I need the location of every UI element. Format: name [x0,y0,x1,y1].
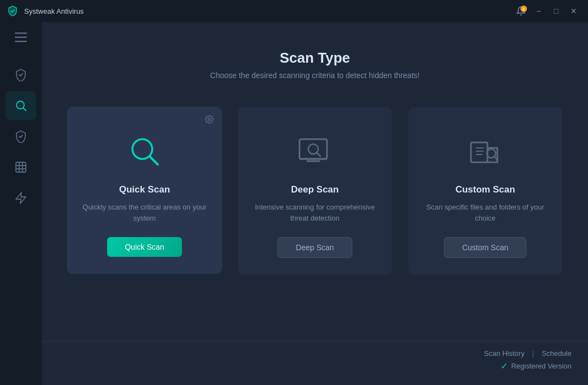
registered-status: Registered Version [511,362,572,370]
svg-line-12 [317,152,320,156]
sidebar-item-boost[interactable] [5,184,36,212]
footer-status: ✓ Registered Version [42,361,588,377]
sidebar-item-shield[interactable] [5,122,36,151]
schedule-link[interactable]: Schedule [542,349,572,358]
maximize-button[interactable]: □ [548,4,564,18]
settings-icon[interactable] [205,115,214,126]
svg-rect-1 [15,37,27,38]
registered-icon: ✓ [501,361,508,371]
quick-scan-title: Quick Scan [119,184,170,195]
sidebar-item-scan[interactable] [5,91,36,120]
svg-point-5 [208,118,210,120]
custom-scan-icon [463,129,507,173]
app-title: Systweak Antivirus [24,7,84,15]
minimize-button[interactable]: − [531,4,546,18]
quick-scan-icon [123,129,167,173]
svg-rect-2 [15,41,27,42]
sidebar [0,22,42,385]
deep-scan-desc: Intensive scanning for comprehensive thr… [252,202,378,224]
close-button[interactable]: ✕ [566,4,581,18]
content-area: Scan Type Choose the desired scanning cr… [42,22,588,385]
deep-scan-button[interactable]: Deep Scan [278,237,352,258]
svg-rect-8 [299,139,327,159]
footer-links: Scan History | Schedule [42,342,588,361]
title-bar-left: Systweak Antivirus [7,5,84,17]
notification-badge: 1 [520,6,527,12]
scan-history-link[interactable]: Scan History [484,349,525,358]
sidebar-item-protection[interactable] [5,61,36,89]
scan-cards: Quick Scan Quickly scans the critical ar… [68,107,562,274]
sidebar-item-firewall[interactable] [5,153,36,182]
svg-rect-13 [471,142,487,162]
deep-scan-icon [293,129,337,173]
deep-scan-card: Deep Scan Intensive scanning for compreh… [238,107,392,274]
deep-scan-title: Deep Scan [291,184,339,195]
svg-line-7 [149,156,158,164]
app-logo [7,5,19,17]
custom-scan-card: Custom Scan Scan specific files and fold… [408,107,562,274]
quick-scan-desc: Quickly scans the critical areas on your… [81,202,208,224]
content-inner: Scan Type Choose the desired scanning cr… [42,22,588,341]
footer: Scan History | Schedule ✓ Registered Ver… [42,341,588,385]
page-subtitle: Choose the desired scanning criteria to … [210,71,419,80]
page-header: Scan Type Choose the desired scanning cr… [210,50,419,80]
page-title: Scan Type [210,50,419,67]
custom-scan-desc: Scan specific files and folders of your … [422,202,548,224]
footer-separator: | [532,349,534,358]
title-bar-controls: 1 − □ ✕ [513,4,581,18]
sidebar-menu-icon[interactable] [9,28,33,47]
quick-scan-card: Quick Scan Quickly scans the critical ar… [68,107,221,273]
custom-scan-button[interactable]: Custom Scan [444,237,526,258]
custom-scan-title: Custom Scan [456,184,515,195]
svg-rect-4 [16,162,26,172]
notification-button[interactable]: 1 [513,4,529,18]
title-bar: Systweak Antivirus 1 − □ ✕ [0,0,588,22]
main-layout: Scan Type Choose the desired scanning cr… [0,22,588,385]
svg-point-3 [16,101,24,109]
svg-rect-0 [15,32,27,34]
quick-scan-button[interactable]: Quick Scan [107,237,182,257]
